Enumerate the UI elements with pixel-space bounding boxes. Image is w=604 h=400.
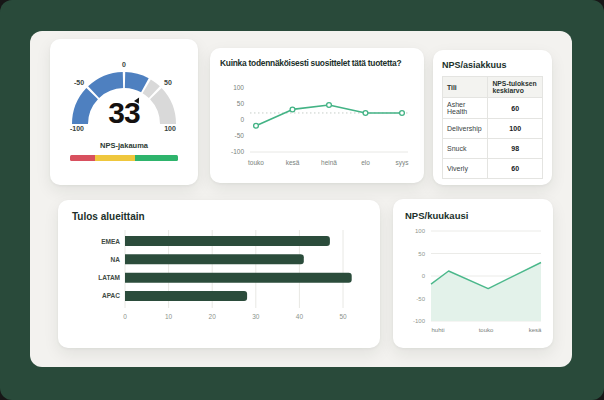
- accounts-table-column-header: NPS-tuloksen keskiarvo: [488, 77, 543, 98]
- account-name-cell: Delivership: [443, 119, 488, 139]
- y-axis-tick-label: -100: [413, 318, 426, 324]
- y-axis-tick-label: -50: [235, 132, 245, 139]
- account-name-cell: Viverly: [443, 159, 488, 179]
- x-axis-tick-label: 0: [123, 313, 127, 320]
- monthly-card-title: NPS/kuukausi: [405, 210, 468, 221]
- accounts-table-header-row: TiliNPS-tuloksen keskiarvo: [443, 77, 543, 98]
- likelihood-line: [256, 105, 402, 126]
- x-axis-tick-label: touko: [248, 159, 264, 166]
- likelihood-card-title: Kuinka todennäköisesti suosittelet tätä …: [220, 58, 401, 68]
- x-axis-tick-label: touko: [479, 327, 494, 333]
- data-point-marker: [400, 111, 405, 116]
- data-point-marker: [327, 103, 332, 108]
- accounts-table-card: NPS/asiakkuus TiliNPS-tuloksen keskiarvo…: [433, 50, 552, 185]
- gauge-arc-segment: [94, 80, 123, 92]
- y-axis-tick-label: 0: [240, 116, 244, 123]
- nps-distribution-bar: [70, 155, 178, 161]
- x-axis-tick-label: kesä: [529, 327, 542, 333]
- nps-segment-red: [70, 155, 95, 161]
- y-axis-tick-label: 100: [233, 84, 244, 91]
- account-name-cell: Snuck: [443, 139, 488, 159]
- accounts-table-column-header: Tili: [443, 77, 488, 98]
- x-axis-tick-label: heinä: [321, 159, 337, 166]
- gauge-arc-segment: [125, 80, 145, 85]
- table-row: Asher Health60: [443, 98, 543, 119]
- table-row: Delivership100: [443, 119, 543, 139]
- nps-gauge-card: -100 -50 0 50 100 33 NPS-jakauma: [50, 39, 198, 185]
- account-score-cell: 98: [488, 139, 543, 159]
- y-axis-tick-label: 50: [418, 251, 425, 257]
- likelihood-line-card: Kuinka todennäköisesti suosittelet tätä …: [210, 48, 424, 183]
- x-axis-tick-label: syys: [396, 159, 410, 167]
- monthly-area-card: NPS/kuukausi 100500-50-100huhtitoukokesä: [393, 199, 553, 348]
- data-point-marker: [254, 123, 259, 128]
- nps-segment-green: [135, 155, 178, 161]
- bar-category-label: NA: [111, 256, 121, 263]
- account-name-cell: Asher Health: [443, 98, 488, 119]
- accounts-card-title: NPS/asiakkuus: [442, 60, 507, 70]
- accounts-table: TiliNPS-tuloksen keskiarvo Asher Health6…: [442, 76, 543, 179]
- x-axis-tick-label: kesä: [286, 159, 300, 166]
- y-axis-tick-label: -100: [231, 148, 244, 155]
- region-bar: [125, 236, 330, 246]
- x-axis-tick-label: 30: [252, 313, 260, 320]
- x-axis-tick-label: elo: [361, 159, 370, 166]
- x-axis-tick-label: huhti: [431, 327, 444, 333]
- bar-category-label: APAC: [102, 292, 120, 299]
- bar-category-label: LATAM: [98, 274, 120, 281]
- regions-card-title: Tulos alueittain: [72, 211, 145, 222]
- table-row: Viverly60: [443, 159, 543, 179]
- x-axis-tick-label: 10: [165, 313, 173, 320]
- nps-distribution-label: NPS-jakauma: [50, 141, 198, 150]
- screen-backdrop: -100 -50 0 50 100 33 NPS-jakauma Kuinka …: [0, 0, 604, 400]
- dashboard-panel: -100 -50 0 50 100 33 NPS-jakauma Kuinka …: [30, 31, 572, 367]
- data-point-marker: [290, 107, 295, 112]
- account-score-cell: 60: [488, 98, 543, 119]
- regions-bar-chart: 01020304050EMEANALATAMAPAC: [68, 228, 370, 334]
- table-row: Snuck98: [443, 139, 543, 159]
- x-axis-tick-label: 40: [296, 313, 304, 320]
- likelihood-line-chart: 100500-50-100toukokesäheinäelosyys: [216, 80, 414, 172]
- gauge-arc-segment: [147, 86, 155, 92]
- nps-score-value: 33: [50, 96, 198, 130]
- regions-bar-card: Tulos alueittain 01020304050EMEANALATAMA…: [58, 200, 380, 348]
- monthly-area-chart: 100500-50-100huhtitoukokesä: [401, 225, 545, 337]
- gauge-tick-label-zero: 0: [111, 61, 137, 68]
- y-axis-tick-label: -50: [416, 296, 425, 302]
- y-axis-tick-label: 0: [422, 273, 426, 279]
- x-axis-tick-label: 50: [339, 313, 347, 320]
- y-axis-tick-label: 100: [415, 228, 426, 234]
- x-axis-tick-label: 20: [209, 313, 217, 320]
- account-score-cell: 100: [488, 119, 543, 139]
- region-bar: [125, 254, 304, 264]
- region-bar: [125, 273, 352, 283]
- y-axis-tick-label: 50: [237, 100, 245, 107]
- data-point-marker: [363, 111, 368, 116]
- account-score-cell: 60: [488, 159, 543, 179]
- bar-category-label: EMEA: [101, 238, 120, 245]
- dashboard-frame: -100 -50 0 50 100 33 NPS-jakauma Kuinka …: [0, 0, 604, 400]
- region-bar: [125, 291, 247, 301]
- nps-segment-yellow: [95, 155, 135, 161]
